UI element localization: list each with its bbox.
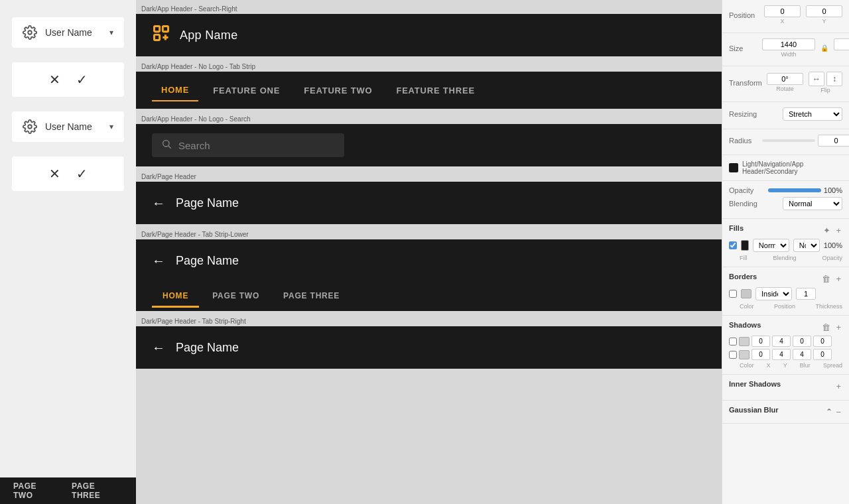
rp-fills-header: Fills ✦ +	[729, 224, 842, 236]
rp-shadow-x-label: X	[767, 362, 771, 369]
search-box[interactable]: Search	[152, 133, 344, 157]
rp-opacity-label: Opacity	[729, 186, 762, 194]
rp-fill-color-box[interactable]	[741, 240, 749, 251]
section-tab-nav: Dark/App Header - No Logo - Tab Strip HO…	[136, 58, 722, 110]
rp-fills-section: Fills ✦ + Normal Normal 100% Fill Blendi…	[722, 219, 849, 267]
sidebar-user-item-1[interactable]: User Name ▾	[12, 17, 124, 48]
search-placeholder-text: Search	[178, 140, 210, 151]
page-tab-two[interactable]: PAGE TWO	[202, 286, 270, 308]
rp-width-label: Width	[781, 51, 796, 58]
rp-gaussian-expand-btn[interactable]: −	[834, 407, 842, 417]
svg-rect-4	[155, 34, 160, 40]
back-arrow-icon-1[interactable]: ←	[152, 196, 165, 211]
back-arrow-icon-2[interactable]: ←	[152, 253, 165, 269]
rp-fill-checkbox[interactable]	[729, 241, 737, 249]
rp-shadows-delete-btn[interactable]: 🗑	[820, 322, 832, 332]
app-header-dark-search: App Name	[136, 14, 722, 56]
rp-width-col: Width	[762, 38, 815, 58]
rp-fill-blending-select[interactable]: Normal	[753, 239, 789, 252]
rp-inner-shadows-header: Inner Shadows +	[729, 380, 842, 392]
rp-height-col: Height	[834, 38, 849, 58]
rp-shadow-color-label: Color	[740, 362, 754, 369]
rp-shadow-2-x[interactable]	[751, 349, 770, 360]
rp-borders-section: Borders 🗑 + Inside Outside Center Color …	[722, 267, 849, 316]
rp-size-section: Size Width 🔒 Height	[722, 33, 849, 66]
rp-borders-add-btn[interactable]: +	[834, 274, 842, 284]
rp-shadow-spread-label: Spread	[823, 362, 842, 369]
rp-fills-row: Normal Normal 100%	[729, 239, 842, 252]
rp-y-label: Y	[822, 18, 826, 25]
rp-shadow-2-blur[interactable]	[793, 349, 811, 360]
rp-radius-slider[interactable]	[762, 139, 815, 142]
flip-h-button[interactable]: ↔	[809, 72, 824, 86]
gear-icon-1	[23, 25, 37, 40]
page-tab-home[interactable]: HOME	[152, 286, 199, 308]
rp-blending-select[interactable]: Normal Multiply Screen	[783, 197, 842, 210]
nav-tab-feature-one[interactable]: FEATURE ONE	[204, 80, 289, 101]
rp-fills-sublabels: Fill Blending Opacity	[729, 255, 842, 261]
rp-shadow-1-color[interactable]	[739, 337, 750, 346]
rp-rotate-label: Rotate	[776, 86, 794, 92]
rp-rotate-col: Rotate	[767, 73, 803, 92]
rp-shadow-2-y[interactable]	[772, 349, 791, 360]
nav-tab-feature-two[interactable]: FEATURE TWO	[294, 80, 381, 101]
rp-shadow-2-checkbox[interactable]	[729, 351, 737, 359]
rp-opacity-slider[interactable]	[768, 188, 821, 192]
rp-shadow-1-spread[interactable]	[813, 336, 832, 347]
bottom-tab-page-two[interactable]: PAGE TWO	[5, 481, 64, 500]
sidebar-user-name-2: User Name	[45, 121, 107, 132]
rp-shadow-2-color[interactable]	[739, 350, 750, 359]
rp-resizing-select[interactable]: Stretch Fixed Fill	[783, 107, 842, 121]
rp-border-checkbox[interactable]	[729, 290, 737, 298]
rp-border-thickness-input[interactable]	[796, 288, 816, 300]
nav-tab-home[interactable]: HOME	[152, 80, 198, 101]
page-header-dark-2: ← Page Name	[136, 326, 722, 369]
action-row-2: ✕ ✓	[12, 157, 124, 191]
rp-width-input[interactable]	[762, 38, 815, 50]
rp-shadow-2-spread[interactable]	[813, 349, 832, 360]
rp-shadow-1-y[interactable]	[772, 336, 791, 347]
rp-fill-blending-mode[interactable]: Normal	[793, 239, 820, 252]
left-top-area: User Name ▾ ✕ ✓ User Name ▾ ✕ ✓	[0, 0, 136, 504]
sidebar-user-name-1: User Name	[45, 27, 107, 38]
rp-position-label: Position	[729, 11, 762, 19]
rp-transform-label: Transform	[729, 79, 762, 87]
rp-radius-input[interactable]	[818, 135, 849, 147]
app-name: App Name	[180, 29, 237, 42]
rp-position-inputs: X Y	[764, 5, 842, 25]
bottom-tab-page-three[interactable]: PAGE THREE	[64, 481, 131, 500]
section-label-4: Dark/Page Header	[136, 170, 722, 182]
cancel-icon-2[interactable]: ✕	[49, 166, 60, 182]
rp-opacity-value: 100%	[824, 186, 842, 194]
confirm-icon-1[interactable]: ✓	[76, 72, 88, 88]
nav-tab-feature-three[interactable]: FEATURE THREE	[387, 80, 484, 101]
page-tab-three[interactable]: PAGE THREE	[273, 286, 350, 308]
rp-shadow-1-checkbox[interactable]	[729, 338, 737, 346]
rp-shadow-1-x[interactable]	[751, 336, 770, 347]
rp-position-x-input[interactable]	[764, 5, 801, 17]
page-name-1: Page Name	[176, 196, 239, 210]
svg-rect-2	[155, 27, 160, 32]
rp-fills-settings-btn[interactable]: ✦	[822, 225, 832, 235]
rp-transform-section: Transform Rotate ↔ ↕ Flip	[722, 66, 849, 102]
rp-position-row: Position X Y	[729, 5, 842, 25]
confirm-icon-2[interactable]: ✓	[76, 166, 88, 182]
rp-border-thickness-label: Thickness	[815, 303, 842, 310]
rp-rotate-input[interactable]	[767, 73, 803, 85]
rp-border-position-select[interactable]: Inside Outside Center	[755, 287, 792, 300]
rp-position-y-input[interactable]	[806, 5, 842, 17]
rp-fills-add-btn[interactable]: +	[834, 225, 842, 235]
rp-inner-shadows-add-btn[interactable]: +	[834, 381, 842, 391]
sidebar-user-item-2[interactable]: User Name ▾	[12, 111, 124, 142]
cancel-icon-1[interactable]: ✕	[49, 72, 60, 88]
rp-borders-sublabels: Color Position Thickness	[729, 303, 842, 310]
app-logo-icon	[152, 24, 170, 46]
section-app-header-search: Dark/App Header - Search-Right App Name	[136, 0, 722, 58]
flip-v-button[interactable]: ↕	[826, 72, 842, 86]
rp-shadows-add-btn[interactable]: +	[834, 322, 842, 332]
rp-border-color-box[interactable]	[741, 289, 751, 298]
rp-borders-delete-btn[interactable]: 🗑	[820, 274, 832, 284]
rp-height-input[interactable]	[834, 38, 849, 50]
back-arrow-icon-3[interactable]: ←	[152, 340, 165, 355]
rp-shadow-1-blur[interactable]	[793, 336, 811, 347]
